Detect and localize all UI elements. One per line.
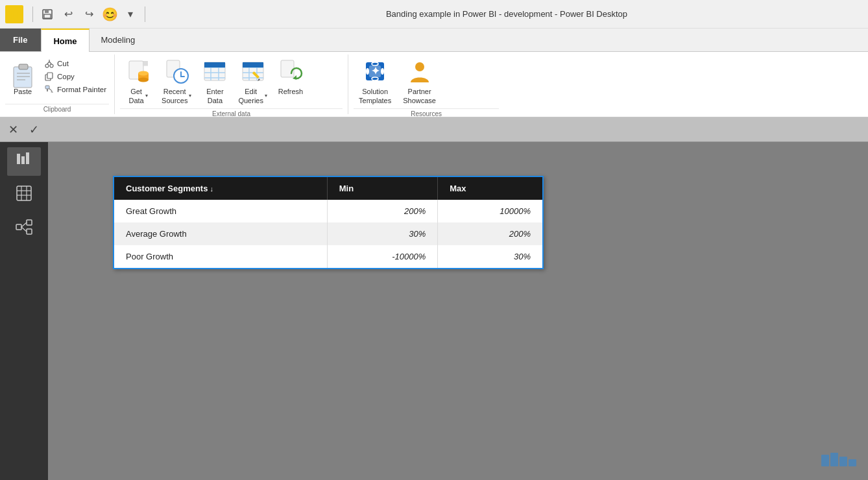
watermark [820,451,859,474]
copy-label: Copy [57,73,75,80]
formula-confirm-button[interactable]: ✓ [26,123,42,137]
svg-rect-72 [16,224,21,230]
formula-bar: ✕ ✓ [0,117,868,142]
cell-segment-0: Great Growth [114,200,327,222]
model-icon [16,219,32,239]
svg-line-76 [21,227,27,232]
partner-showcase-label: Partner Showcase [403,87,436,106]
clipboard-group-label: Clipboard [5,104,109,114]
solution-templates-button[interactable]: ✦ Solution Templates [354,54,396,107]
table-row: Average Growth 30% 200% [114,222,542,245]
undo-button[interactable]: ↩ [59,5,77,23]
svg-rect-80 [849,459,856,466]
solution-templates-icon: ✦ [362,58,388,84]
resources-group: ✦ Solution Templates [348,54,504,114]
tab-file[interactable]: File [0,29,41,51]
enter-data-button[interactable]: Enter Data [197,54,233,107]
edit-queries-dropdown-arrow: ▾ [265,93,267,99]
edit-queries-icon [240,58,266,84]
refresh-icon [278,58,304,84]
external-data-group: Get Data ▾ [115,54,348,114]
svg-rect-51 [257,62,263,67]
partner-showcase-button[interactable]: Partner Showcase [398,54,441,107]
sidebar-item-model[interactable] [7,215,41,243]
svg-rect-25 [143,61,148,66]
refresh-label: Refresh [278,87,304,96]
data-table-container: Customer Segments Min Max Great Growth 2… [113,176,544,269]
svg-rect-65 [21,156,25,164]
table-header-segment: Customer Segments [114,177,327,200]
quick-access-dropdown[interactable]: ▾ [121,5,139,23]
svg-rect-66 [26,152,29,164]
edit-queries-button[interactable]: Edit Queries ▾ [233,54,272,107]
svg-point-63 [415,62,424,71]
clipboard-small-buttons: Cut Copy [42,54,109,102]
svg-rect-67 [17,186,31,200]
table-row: Poor Growth -10000% 30% [114,245,542,268]
canvas-area: Customer Segments Min Max Great Growth 2… [48,142,868,480]
svg-text:✦: ✦ [371,66,380,77]
sidebar-item-report[interactable] [7,147,41,176]
svg-rect-49 [243,62,249,67]
title-divider [32,6,33,22]
svg-line-15 [49,62,52,64]
title-bar: ↩ ↪ 😊 ▾ Banding example in Power BI - de… [0,0,868,29]
svg-rect-40 [204,62,211,67]
format-painter-label: Format Painter [57,86,106,93]
external-data-items: Get Data ▾ [120,54,343,107]
table-row: Great Growth 200% 10000% [114,200,542,222]
cell-max-1: 200% [438,222,542,245]
resources-group-label: Resources [354,108,499,119]
svg-rect-0 [8,13,10,19]
get-data-button[interactable]: Get Data ▾ [120,54,156,107]
external-data-group-label: External data [120,108,343,119]
recent-sources-button[interactable]: Recent Sources ▾ [156,54,197,107]
svg-line-14 [47,62,50,64]
enter-data-icon [202,58,228,84]
paste-button[interactable]: Paste [5,54,40,102]
edit-queries-label: Edit Queries ▾ [238,87,267,106]
resources-items: ✦ Solution Templates [354,54,499,107]
recent-sources-label: Recent Sources ▾ [162,87,191,106]
svg-point-28 [138,78,149,82]
window-title: Banding example in Power BI - developmen… [151,9,863,19]
refresh-button[interactable]: Refresh [272,54,309,97]
ribbon-content: Paste Cu [0,52,868,117]
svg-rect-18 [47,73,53,78]
ribbon-tabs: File Home Modeling [0,29,868,52]
clipboard-group: Paste Cu [0,54,115,114]
sidebar-item-data[interactable] [7,181,41,210]
left-sidebar [0,142,48,480]
copy-button[interactable]: Copy [42,70,109,83]
cell-max-2: 30% [438,245,542,268]
svg-rect-58 [372,77,378,80]
svg-rect-74 [27,229,32,234]
cut-button[interactable]: Cut [42,57,109,70]
table-header-min: Min [327,177,437,200]
svg-rect-42 [219,62,225,67]
svg-rect-73 [27,220,32,225]
svg-rect-54 [281,60,294,77]
formula-cancel-button[interactable]: ✕ [5,123,21,137]
partner-showcase-icon [407,58,433,84]
tab-modeling[interactable]: Modeling [90,29,148,51]
cell-segment-1: Average Growth [114,222,327,245]
tab-home[interactable]: Home [41,29,89,52]
svg-rect-79 [839,457,847,466]
format-painter-button[interactable]: Format Painter [42,83,109,96]
redo-button[interactable]: ↪ [80,5,98,23]
svg-line-21 [49,88,52,91]
save-button[interactable] [38,5,56,23]
report-icon [16,151,32,172]
svg-line-75 [21,222,27,227]
cell-min-0: 200% [327,200,437,222]
cell-segment-2: Poor Growth [114,245,327,268]
cut-label: Cut [57,60,69,67]
format-painter-icon [44,84,54,95]
cell-min-2: -10000% [327,245,437,268]
feedback-button[interactable]: 😊 [101,5,119,23]
svg-rect-41 [211,62,219,67]
svg-rect-20 [47,89,48,91]
svg-rect-50 [249,62,257,67]
svg-rect-2 [14,9,16,19]
